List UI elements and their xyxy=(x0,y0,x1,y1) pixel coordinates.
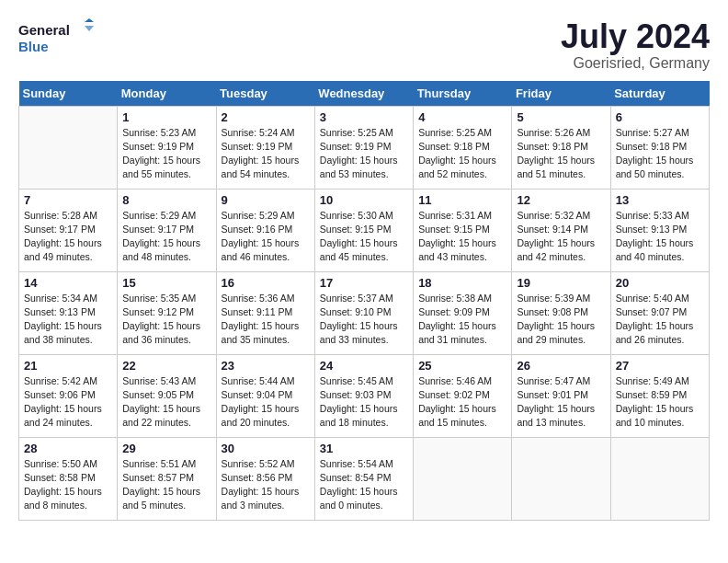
svg-text:General: General xyxy=(18,22,70,38)
logo: General Blue xyxy=(18,18,101,60)
calendar-cell: 22Sunrise: 5:43 AM Sunset: 9:05 PM Dayli… xyxy=(118,354,216,437)
calendar-cell: 24Sunrise: 5:45 AM Sunset: 9:03 PM Dayli… xyxy=(314,354,413,437)
calendar-table: SundayMondayTuesdayWednesdayThursdayFrid… xyxy=(18,81,710,521)
calendar-cell: 1Sunrise: 5:23 AM Sunset: 9:19 PM Daylig… xyxy=(118,106,216,189)
calendar-cell: 3Sunrise: 5:25 AM Sunset: 9:19 PM Daylig… xyxy=(314,106,413,189)
calendar-cell: 11Sunrise: 5:31 AM Sunset: 9:15 PM Dayli… xyxy=(414,189,512,271)
day-number: 27 xyxy=(616,359,704,373)
calendar-cell: 25Sunrise: 5:46 AM Sunset: 9:02 PM Dayli… xyxy=(414,354,512,437)
day-number: 16 xyxy=(222,276,310,290)
calendar-week-row: 21Sunrise: 5:42 AM Sunset: 9:06 PM Dayli… xyxy=(19,354,710,437)
calendar-week-row: 14Sunrise: 5:34 AM Sunset: 9:13 PM Dayli… xyxy=(19,271,710,354)
day-info: Sunrise: 5:27 AM Sunset: 9:18 PM Dayligh… xyxy=(616,126,704,182)
calendar-cell: 27Sunrise: 5:49 AM Sunset: 8:59 PM Dayli… xyxy=(610,354,709,437)
calendar-cell: 12Sunrise: 5:32 AM Sunset: 9:14 PM Dayli… xyxy=(512,189,610,271)
day-number: 5 xyxy=(517,110,605,124)
day-info: Sunrise: 5:32 AM Sunset: 9:14 PM Dayligh… xyxy=(517,209,605,265)
day-info: Sunrise: 5:35 AM Sunset: 9:12 PM Dayligh… xyxy=(122,292,210,348)
day-info: Sunrise: 5:37 AM Sunset: 9:10 PM Dayligh… xyxy=(320,292,408,348)
day-info: Sunrise: 5:50 AM Sunset: 8:58 PM Dayligh… xyxy=(24,457,112,513)
calendar-cell: 14Sunrise: 5:34 AM Sunset: 9:13 PM Dayli… xyxy=(19,271,118,354)
day-info: Sunrise: 5:26 AM Sunset: 9:18 PM Dayligh… xyxy=(517,126,605,182)
day-number: 19 xyxy=(517,276,605,290)
day-info: Sunrise: 5:34 AM Sunset: 9:13 PM Dayligh… xyxy=(24,292,112,348)
calendar-week-row: 28Sunrise: 5:50 AM Sunset: 8:58 PM Dayli… xyxy=(19,437,710,520)
day-number: 25 xyxy=(418,359,506,373)
calendar-cell: 16Sunrise: 5:36 AM Sunset: 9:11 PM Dayli… xyxy=(216,271,314,354)
day-info: Sunrise: 5:49 AM Sunset: 8:59 PM Dayligh… xyxy=(616,374,704,431)
calendar-cell: 20Sunrise: 5:40 AM Sunset: 9:07 PM Dayli… xyxy=(610,271,709,354)
day-number: 9 xyxy=(222,193,310,207)
weekday-header-cell: Wednesday xyxy=(314,81,413,107)
day-number: 28 xyxy=(24,442,112,455)
weekday-header-cell: Thursday xyxy=(414,81,512,107)
calendar-cell: 7Sunrise: 5:28 AM Sunset: 9:17 PM Daylig… xyxy=(19,189,118,271)
title-block: July 2024 Goerisried, Germany xyxy=(561,18,710,72)
day-info: Sunrise: 5:43 AM Sunset: 9:05 PM Dayligh… xyxy=(122,374,210,431)
calendar-cell xyxy=(414,437,512,520)
day-info: Sunrise: 5:29 AM Sunset: 9:16 PM Dayligh… xyxy=(222,209,310,265)
day-number: 31 xyxy=(320,442,408,455)
day-info: Sunrise: 5:24 AM Sunset: 9:19 PM Dayligh… xyxy=(222,126,310,182)
calendar-cell: 5Sunrise: 5:26 AM Sunset: 9:18 PM Daylig… xyxy=(512,106,610,189)
day-info: Sunrise: 5:46 AM Sunset: 9:02 PM Dayligh… xyxy=(418,374,506,431)
weekday-header-cell: Sunday xyxy=(19,81,118,107)
calendar-cell: 19Sunrise: 5:39 AM Sunset: 9:08 PM Dayli… xyxy=(512,271,610,354)
day-info: Sunrise: 5:45 AM Sunset: 9:03 PM Dayligh… xyxy=(320,374,408,431)
day-number: 17 xyxy=(320,276,408,290)
svg-text:Blue: Blue xyxy=(18,39,49,54)
day-number: 24 xyxy=(320,359,408,373)
day-info: Sunrise: 5:31 AM Sunset: 9:15 PM Dayligh… xyxy=(418,209,506,265)
day-info: Sunrise: 5:38 AM Sunset: 9:09 PM Dayligh… xyxy=(418,292,506,348)
calendar-cell: 6Sunrise: 5:27 AM Sunset: 9:18 PM Daylig… xyxy=(610,106,709,189)
day-number: 11 xyxy=(418,193,506,207)
day-number: 4 xyxy=(418,110,506,124)
weekday-header-cell: Tuesday xyxy=(216,81,314,107)
calendar-cell: 23Sunrise: 5:44 AM Sunset: 9:04 PM Dayli… xyxy=(216,354,314,437)
day-info: Sunrise: 5:29 AM Sunset: 9:17 PM Dayligh… xyxy=(122,209,210,265)
location: Goerisried, Germany xyxy=(561,55,710,72)
calendar-cell: 18Sunrise: 5:38 AM Sunset: 9:09 PM Dayli… xyxy=(414,271,512,354)
calendar-cell: 4Sunrise: 5:25 AM Sunset: 9:18 PM Daylig… xyxy=(414,106,512,189)
calendar-cell: 9Sunrise: 5:29 AM Sunset: 9:16 PM Daylig… xyxy=(216,189,314,271)
day-number: 6 xyxy=(616,110,704,124)
day-info: Sunrise: 5:25 AM Sunset: 9:19 PM Dayligh… xyxy=(320,126,408,182)
calendar-week-row: 1Sunrise: 5:23 AM Sunset: 9:19 PM Daylig… xyxy=(19,106,710,189)
day-number: 18 xyxy=(418,276,506,290)
calendar-cell xyxy=(610,437,709,520)
day-number: 22 xyxy=(122,359,210,373)
day-number: 2 xyxy=(222,110,310,124)
calendar-cell: 31Sunrise: 5:54 AM Sunset: 8:54 PM Dayli… xyxy=(314,437,413,520)
day-info: Sunrise: 5:54 AM Sunset: 8:54 PM Dayligh… xyxy=(320,457,408,513)
day-info: Sunrise: 5:36 AM Sunset: 9:11 PM Dayligh… xyxy=(222,292,310,348)
day-number: 21 xyxy=(24,359,112,373)
calendar-cell: 29Sunrise: 5:51 AM Sunset: 8:57 PM Dayli… xyxy=(118,437,216,520)
logo-svg: General Blue xyxy=(18,18,101,60)
svg-marker-3 xyxy=(85,26,94,31)
day-info: Sunrise: 5:23 AM Sunset: 9:19 PM Dayligh… xyxy=(122,126,210,182)
day-info: Sunrise: 5:51 AM Sunset: 8:57 PM Dayligh… xyxy=(122,457,210,513)
day-info: Sunrise: 5:39 AM Sunset: 9:08 PM Dayligh… xyxy=(517,292,605,348)
day-number: 23 xyxy=(222,359,310,373)
day-number: 3 xyxy=(320,110,408,124)
day-number: 8 xyxy=(122,193,210,207)
day-number: 14 xyxy=(24,276,112,290)
calendar-cell: 21Sunrise: 5:42 AM Sunset: 9:06 PM Dayli… xyxy=(19,354,118,437)
calendar-cell: 26Sunrise: 5:47 AM Sunset: 9:01 PM Dayli… xyxy=(512,354,610,437)
weekday-header-cell: Monday xyxy=(118,81,216,107)
calendar-cell xyxy=(512,437,610,520)
day-info: Sunrise: 5:40 AM Sunset: 9:07 PM Dayligh… xyxy=(616,292,704,348)
calendar-cell xyxy=(19,106,118,189)
day-number: 26 xyxy=(517,359,605,373)
day-number: 29 xyxy=(122,442,210,455)
day-info: Sunrise: 5:42 AM Sunset: 9:06 PM Dayligh… xyxy=(24,374,112,431)
day-info: Sunrise: 5:44 AM Sunset: 9:04 PM Dayligh… xyxy=(222,374,310,431)
month-year: July 2024 xyxy=(561,18,710,55)
day-number: 13 xyxy=(616,193,704,207)
weekday-header-cell: Friday xyxy=(512,81,610,107)
svg-marker-2 xyxy=(85,18,94,22)
calendar-cell: 17Sunrise: 5:37 AM Sunset: 9:10 PM Dayli… xyxy=(314,271,413,354)
day-number: 12 xyxy=(517,193,605,207)
calendar-cell: 2Sunrise: 5:24 AM Sunset: 9:19 PM Daylig… xyxy=(216,106,314,189)
calendar-cell: 8Sunrise: 5:29 AM Sunset: 9:17 PM Daylig… xyxy=(118,189,216,271)
